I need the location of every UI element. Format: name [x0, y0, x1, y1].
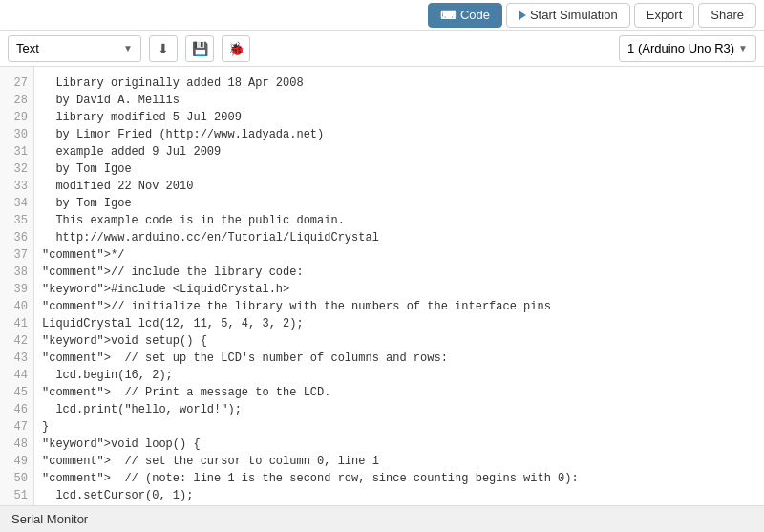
second-toolbar: Text ▼ ⬇ 💾 🐞 1 (Arduino Uno R3) ▼: [0, 31, 764, 67]
board-selector[interactable]: 1 (Arduino Uno R3) ▼: [619, 35, 756, 62]
code-line: http://www.arduino.cc/en/Tutorial/Liquid…: [42, 229, 756, 246]
code-line: This example code is in the public domai…: [42, 212, 756, 229]
code-label: Code: [460, 8, 490, 22]
code-line: "comment">// initialize the library with…: [42, 298, 756, 315]
line-number: 42: [0, 332, 33, 350]
top-toolbar: ⌨ Code Start Simulation Export Share: [0, 0, 764, 31]
line-number: 47: [0, 418, 33, 436]
code-line: lcd.print("hello, world!");: [42, 401, 756, 418]
play-icon: [519, 11, 526, 20]
line-number: 43: [0, 350, 33, 367]
line-number: 33: [0, 178, 33, 195]
text-dropdown[interactable]: Text ▼: [8, 35, 141, 62]
code-editor[interactable]: Library originally added 18 Apr 2008 by …: [34, 67, 764, 505]
line-number: 30: [0, 126, 33, 143]
code-line: modified 22 Nov 2010: [42, 178, 756, 195]
line-number: 48: [0, 436, 33, 453]
serial-monitor-label: Serial Monitor: [11, 512, 88, 526]
board-label: 1 (Arduino Uno R3): [627, 41, 734, 55]
code-line: LiquidCrystal lcd(12, 11, 5, 4, 3, 2);: [42, 315, 756, 332]
code-line: "keyword">void setup() {: [42, 332, 756, 350]
text-dropdown-label: Text: [16, 41, 39, 55]
line-number: 45: [0, 384, 33, 401]
code-line: "comment"> // Print a message to the LCD…: [42, 384, 756, 401]
line-number: 39: [0, 281, 33, 298]
board-chevron-icon: ▼: [738, 43, 748, 53]
line-number: 34: [0, 195, 33, 212]
code-line: Library originally added 18 Apr 2008: [42, 74, 756, 92]
share-label: Share: [711, 8, 744, 22]
line-number: 27: [0, 74, 33, 92]
line-number: 40: [0, 298, 33, 315]
code-line: "comment"> // set up the LCD's number of…: [42, 350, 756, 367]
code-line: by Limor Fried (http://www.ladyada.net): [42, 126, 756, 143]
line-number: 29: [0, 109, 33, 126]
line-number: 41: [0, 315, 33, 332]
code-line: by Tom Igoe: [42, 160, 756, 178]
debug-button[interactable]: 🐞: [222, 35, 250, 62]
line-number: 31: [0, 143, 33, 160]
code-line: "comment">// include the library code:: [42, 264, 756, 281]
line-number: 35: [0, 212, 33, 229]
code-line: "comment"> // (note: line 1 is the secon…: [42, 470, 756, 487]
code-line: by Tom Igoe: [42, 195, 756, 212]
line-number: 46: [0, 401, 33, 418]
chevron-down-icon: ▼: [123, 43, 133, 53]
bottom-bar: Serial Monitor: [0, 505, 764, 532]
line-number: 28: [0, 92, 33, 109]
code-line: library modified 5 Jul 2009: [42, 109, 756, 126]
upload-button[interactable]: 💾: [185, 35, 214, 62]
line-number: 38: [0, 264, 33, 281]
line-number: 36: [0, 229, 33, 246]
bug-icon: 🐞: [228, 41, 244, 56]
upload-icon: 💾: [192, 41, 208, 56]
download-button[interactable]: ⬇: [149, 35, 178, 62]
code-icon: ⌨: [440, 9, 456, 22]
start-simulation-button[interactable]: Start Simulation: [506, 3, 630, 28]
line-number: 44: [0, 367, 33, 384]
line-number: 51: [0, 487, 33, 504]
line-number: 50: [0, 470, 33, 487]
start-simulation-label: Start Simulation: [530, 8, 618, 22]
share-button[interactable]: Share: [698, 3, 756, 28]
code-line: example added 9 Jul 2009: [42, 143, 756, 160]
code-line: lcd.setCursor(0, 1);: [42, 487, 756, 504]
code-line: by David A. Mellis: [42, 92, 756, 109]
code-line: }: [42, 418, 756, 436]
line-number: 49: [0, 453, 33, 470]
code-button[interactable]: ⌨ Code: [428, 3, 502, 28]
export-button[interactable]: Export: [634, 3, 695, 28]
line-number: 37: [0, 246, 33, 264]
line-numbers: 2728293031323334353637383940414243444546…: [0, 67, 34, 505]
code-line: "keyword">void loop() {: [42, 436, 756, 453]
code-line: "comment"> // set the cursor to column 0…: [42, 453, 756, 470]
editor-area: 2728293031323334353637383940414243444546…: [0, 67, 764, 505]
code-line: "comment">*/: [42, 246, 756, 264]
line-number: 32: [0, 160, 33, 178]
code-line: lcd.begin(16, 2);: [42, 367, 756, 384]
export-label: Export: [647, 8, 683, 22]
code-line: "keyword">#include <LiquidCrystal.h>: [42, 281, 756, 298]
download-icon: ⬇: [158, 41, 169, 56]
